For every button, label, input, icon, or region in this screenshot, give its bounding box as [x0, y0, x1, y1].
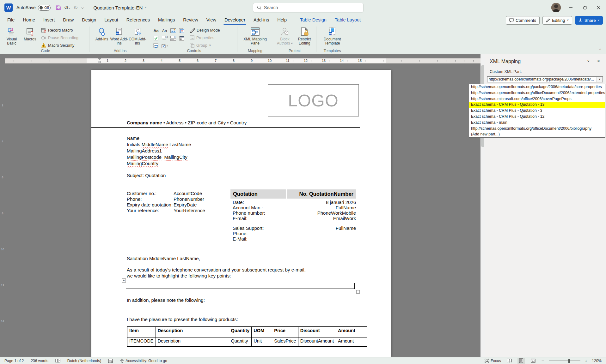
search-input[interactable]: Search — [253, 3, 364, 12]
text-predictions-icon[interactable] — [108, 359, 113, 363]
dropdown-item[interactable]: http://schemas.openxmlformats.org/office… — [469, 126, 605, 132]
web-layout-button[interactable] — [529, 358, 537, 364]
table-move-handle-icon[interactable]: + — [122, 278, 126, 283]
custom-xml-part-combobox[interactable]: http://schemas.openxmlformats.org/packag… — [487, 76, 603, 82]
addins-button[interactable]: Add-ins — [94, 25, 110, 41]
block-authors-button[interactable]: Block Authors ˅ — [275, 25, 295, 46]
key-points-table[interactable] — [126, 283, 355, 289]
collapse-ribbon-icon[interactable]: ⌃ — [599, 48, 602, 52]
document-template-button[interactable]: W Document Template — [321, 25, 343, 45]
comments-button[interactable]: Comments — [506, 16, 540, 25]
print-layout-button[interactable] — [517, 358, 525, 364]
zoom-level[interactable]: 120% — [592, 359, 602, 363]
proofing-status-icon[interactable] — [55, 359, 60, 363]
tab-home[interactable]: Home — [19, 15, 39, 25]
picture-control-icon[interactable] — [170, 28, 176, 33]
document-canvas[interactable]: 123456789101112131415 LOGO Company name … — [5, 54, 481, 357]
zoom-out-button[interactable]: − — [542, 358, 544, 363]
tab-design[interactable]: Design — [78, 15, 100, 25]
document-page[interactable]: LOGO Company name • Address • ZIP-code a… — [91, 70, 391, 357]
minimize-button[interactable] — [563, 0, 578, 15]
undo-chevron-icon[interactable]: ˅ — [69, 7, 70, 10]
zoom-in-button[interactable]: + — [585, 358, 588, 363]
group-button[interactable]: Group ˅ — [190, 42, 220, 48]
visual-basic-button[interactable]: Visual Basic — [3, 25, 21, 45]
macro-security-button[interactable]: Macro Security — [41, 42, 78, 48]
pane-collapse-icon[interactable]: ˅ — [587, 59, 590, 63]
dropdown-item[interactable]: http://schemas.microsoft.com/office/2006… — [469, 96, 605, 102]
dropdown-item[interactable]: Exact schema - main — [469, 120, 605, 126]
editing-chevron-icon: ˅ — [567, 19, 568, 22]
share-button[interactable]: Share ˅ — [575, 16, 603, 25]
indent-marker[interactable] — [98, 58, 101, 63]
tab-references[interactable]: References — [122, 15, 154, 25]
word-addins-button[interactable]: W Word Add-ins — [110, 25, 128, 45]
read-mode-button[interactable] — [505, 358, 513, 364]
redo-button[interactable]: ↻ — [73, 5, 78, 10]
product-table[interactable]: Item Description Quantity UOM Price Disc… — [127, 326, 367, 347]
tab-layout[interactable]: Layout — [100, 15, 122, 25]
page-indicator[interactable]: Page 1 of 2 — [4, 359, 24, 363]
language-indicator[interactable]: Dutch (Netherlands) — [67, 359, 101, 363]
autosave-switch[interactable]: Off — [38, 5, 51, 11]
combo-box-control-icon[interactable] — [162, 36, 168, 41]
document-title[interactable]: Quotation Template-EN ˅ — [94, 5, 147, 10]
tab-review[interactable]: Review — [179, 15, 202, 25]
combobox-dropdown-icon[interactable]: ▼ — [597, 77, 603, 82]
autosave-toggle[interactable]: AutoSave Off — [16, 5, 51, 11]
repeating-section-control-icon[interactable] — [153, 43, 159, 48]
xml-mapping-pane-button[interactable]: XML Mapping Pane — [239, 25, 271, 45]
dropdown-item[interactable]: Exact schema - CRM Plus - Quotation - 3 — [469, 108, 605, 114]
design-mode-button[interactable]: Design Mode — [190, 27, 220, 33]
zoom-slider[interactable] — [549, 361, 580, 361]
tab-table-layout[interactable]: Table Layout — [331, 15, 365, 25]
dropdown-item[interactable]: http://schemas.openxmlformats.org/packag… — [469, 84, 605, 90]
word-count[interactable]: 236 words — [31, 359, 48, 363]
restore-button[interactable] — [578, 0, 592, 15]
dropdown-item[interactable]: http://schemas.openxmlformats.org/office… — [469, 90, 605, 96]
vertical-ruler[interactable]: 2468101214 — [0, 54, 5, 357]
record-macro-button[interactable]: Record Macro — [41, 27, 78, 33]
tab-developer[interactable]: Developer — [220, 15, 249, 25]
tab-view[interactable]: View — [202, 15, 220, 25]
pause-recording-button[interactable]: Pause Recording — [41, 35, 78, 41]
logo-placeholder[interactable]: LOGO — [268, 84, 359, 116]
table-resize-handle[interactable] — [356, 290, 360, 294]
restrict-editing-button[interactable]: Restrict Editing — [295, 25, 314, 45]
tab-mailings[interactable]: Mailings — [154, 15, 179, 25]
tab-help[interactable]: Help — [273, 15, 291, 25]
macros-button[interactable]: Macros — [21, 25, 39, 41]
avatar[interactable] — [551, 3, 561, 12]
word-logo-icon[interactable]: W — [4, 3, 13, 12]
accessibility-status[interactable]: Accessibility: Good to go — [120, 359, 167, 363]
tab-draw[interactable]: Draw — [59, 15, 78, 25]
checkbox-control-icon[interactable] — [154, 36, 159, 41]
save-icon[interactable] — [56, 5, 61, 10]
properties-button[interactable]: Properties — [190, 35, 220, 41]
editing-mode-button[interactable]: Editing ˅ — [542, 16, 572, 25]
building-block-gallery-control-icon[interactable] — [179, 28, 184, 33]
quotation-header: Quotation No. QuotationNumber — [230, 189, 356, 199]
tab-addins[interactable]: Add-ins — [249, 15, 273, 25]
tab-file[interactable]: File — [3, 15, 19, 25]
plain-text-control-icon[interactable]: Aa — [162, 28, 167, 33]
document-template-label: Document Template — [321, 37, 343, 45]
date-picker-control-icon[interactable] — [179, 36, 184, 41]
com-addins-button[interactable]: COM Add-ins — [128, 25, 147, 45]
zoom-slider-thumb[interactable] — [568, 359, 570, 363]
pane-close-icon[interactable]: ✕ — [597, 59, 600, 63]
dropdown-item-highlighted[interactable]: Exact schema - CRM Plus - Quotation - 13 — [469, 102, 605, 108]
focus-mode-button[interactable]: Focus — [485, 359, 501, 363]
dropdown-list-control-icon[interactable] — [170, 36, 176, 41]
rich-text-control-icon[interactable]: Aa — [153, 28, 159, 33]
legacy-tools-icon[interactable]: ˅ — [161, 44, 168, 48]
horizontal-ruler[interactable]: 123456789101112131415 — [5, 58, 481, 63]
dropdown-item[interactable]: (Add new part...) — [469, 131, 605, 137]
legacy-tools-chevron-icon[interactable]: ˅ — [167, 44, 168, 47]
undo-button[interactable]: ↺˅ — [64, 5, 70, 10]
quick-access-menu-icon[interactable]: ⌵ — [81, 5, 84, 10]
close-button[interactable] — [591, 0, 606, 15]
dropdown-item[interactable]: Exact schema - CRM Plus - Quotation - 12 — [469, 114, 605, 120]
tab-table-design[interactable]: Table Design — [296, 15, 331, 25]
tab-insert[interactable]: Insert — [39, 15, 59, 25]
